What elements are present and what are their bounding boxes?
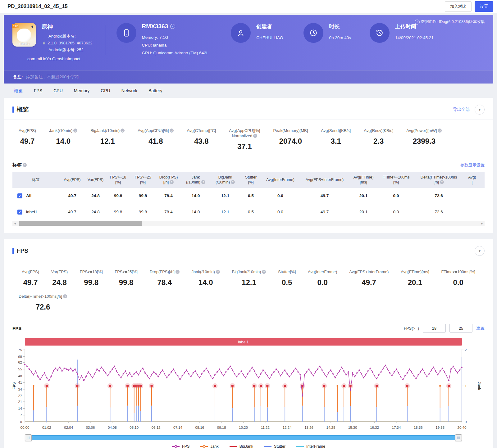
- help-icon[interactable]: [438, 129, 442, 133]
- stat-value: 49.7: [22, 278, 39, 287]
- fps-point: [435, 370, 436, 372]
- stat: Drop(FPS)[/h]78.4: [150, 269, 180, 287]
- cell: 0.0: [261, 188, 300, 204]
- scroll-left-icon[interactable]: ◂: [12, 221, 17, 226]
- fps-threshold-input-2[interactable]: [449, 324, 472, 333]
- settings-button[interactable]: 设置: [475, 1, 493, 12]
- fps-point: [247, 373, 248, 374]
- stat-label: FTime>=100ms[%]: [441, 269, 475, 274]
- collapse-button[interactable]: [475, 246, 485, 256]
- fps-point: [212, 378, 213, 379]
- param-display-settings-link[interactable]: 参数显示设置: [460, 162, 485, 168]
- help-icon[interactable]: [170, 129, 174, 133]
- table-row[interactable]: All49.724.899.899.878.414.012.10.50.049.…: [12, 188, 485, 204]
- fps-point: [282, 372, 283, 373]
- scroll-right-icon[interactable]: ▸: [480, 221, 485, 226]
- help-icon[interactable]: [73, 129, 77, 133]
- x-tick-label: 02:04: [64, 426, 73, 429]
- tab-Battery[interactable]: Battery: [148, 88, 162, 94]
- column-header: FTime>=100ms[%]: [377, 172, 415, 187]
- x-tick-label: 07:14: [173, 426, 182, 429]
- slider-handle-right[interactable]: [455, 434, 462, 441]
- stat-label: FPS>=25[%]: [115, 269, 138, 274]
- help-icon[interactable]: [176, 270, 180, 274]
- bigjank-marker: [214, 385, 216, 387]
- row-label-cell: All: [12, 193, 59, 198]
- fps-point: [457, 372, 458, 373]
- fps-point: [252, 367, 253, 368]
- fps-chart[interactable]: 071421273441485562687501200:0001:0202:04…: [12, 347, 485, 432]
- fps-point: [372, 371, 373, 373]
- stat-value: 78.4: [150, 278, 180, 287]
- help-icon[interactable]: [201, 180, 205, 184]
- fps-point: [444, 371, 445, 373]
- add-compare-button[interactable]: 加入对比: [445, 1, 472, 12]
- help-icon[interactable]: [23, 163, 27, 167]
- fps-point: [254, 370, 255, 372]
- help-icon[interactable]: [231, 180, 235, 184]
- row-checkbox[interactable]: [17, 193, 22, 198]
- slider-track[interactable]: [27, 435, 459, 440]
- tab-CPU[interactable]: CPU: [53, 88, 63, 94]
- legend-item-BigJank[interactable]: BigJank: [229, 444, 253, 448]
- stat-label: FPS>=18[%]: [80, 269, 103, 274]
- legend-item-InterFrame[interactable]: InterFrame: [296, 444, 325, 448]
- y-tick-label: 2: [465, 348, 467, 352]
- row-checkbox[interactable]: [17, 210, 22, 215]
- legend-item-Jank[interactable]: Jank: [200, 444, 218, 448]
- tab-FPS[interactable]: FPS: [34, 88, 42, 94]
- fps-threshold-input-1[interactable]: [423, 324, 446, 333]
- legend-label: BigJank: [239, 444, 253, 448]
- fps-point: [70, 368, 71, 369]
- help-icon[interactable]: [121, 129, 125, 133]
- help-icon[interactable]: [440, 180, 444, 184]
- fps-point: [42, 375, 43, 376]
- fps-point: [96, 369, 98, 370]
- x-tick-label: 01:02: [42, 426, 51, 429]
- scrollbar-thumb[interactable]: [19, 221, 142, 226]
- note-bar[interactable]: 备注: 添加备注，不超过200个字符: [4, 70, 493, 84]
- fps-point: [363, 377, 364, 378]
- help-icon[interactable]: [253, 134, 257, 138]
- export-all-link[interactable]: 导出全部: [453, 107, 470, 112]
- fps-point: [262, 369, 264, 371]
- collapse-button[interactable]: [475, 105, 485, 115]
- fps-point: [64, 368, 65, 369]
- stat-value: 0.0: [308, 278, 337, 287]
- fps-point: [461, 367, 463, 368]
- fps-point: [181, 375, 183, 376]
- cell: 20.1: [349, 188, 377, 204]
- app-brand: miHoYo: [12, 42, 36, 45]
- reset-link[interactable]: 重置: [476, 325, 485, 331]
- stat-label: Jank(/10min): [192, 269, 220, 274]
- help-icon[interactable]: [63, 294, 67, 298]
- x-tick-label: 19:38: [435, 426, 445, 429]
- legend-item-Stutter[interactable]: Stutter: [264, 444, 285, 448]
- help-icon[interactable]: [216, 270, 220, 274]
- fps-point: [223, 375, 224, 376]
- tab-概览[interactable]: 概览: [14, 88, 23, 94]
- tab-Memory[interactable]: Memory: [74, 88, 90, 94]
- stat-label: Stutter[%]: [278, 269, 296, 274]
- stat: Jank(/10min)14.0: [49, 128, 77, 151]
- slider-handle-left[interactable]: [25, 434, 32, 441]
- fps-point: [440, 370, 441, 372]
- stat-label: Avg(AppCPU)[%]: [138, 128, 174, 133]
- legend-item-FPS[interactable]: FPS: [172, 444, 189, 448]
- fps-point: [420, 371, 421, 373]
- labels-table: 标签Avg(FPS)Var(FPS)FPS>=18[%]FPS>=25[%]Dr…: [12, 172, 485, 226]
- table-scrollbar[interactable]: ◂ ▸: [12, 221, 485, 226]
- help-icon[interactable]: [262, 270, 266, 274]
- device-info-icon[interactable]: [170, 24, 175, 29]
- fps-filter-label: FPS(>=): [404, 326, 419, 331]
- fps-point: [127, 375, 128, 376]
- fps-point: [345, 374, 347, 375]
- fps-point: [337, 373, 338, 374]
- table-row[interactable]: label149.724.899.899.878.414.012.10.50.0…: [12, 204, 485, 220]
- tab-Network[interactable]: Network: [121, 88, 137, 94]
- fps-point: [369, 368, 371, 369]
- fps-chart-area[interactable]: 071421273441485562687501200:0001:0202:04…: [12, 347, 485, 433]
- time-range-slider[interactable]: [25, 434, 462, 441]
- tab-GPU[interactable]: GPU: [101, 88, 110, 94]
- help-icon[interactable]: [170, 180, 174, 184]
